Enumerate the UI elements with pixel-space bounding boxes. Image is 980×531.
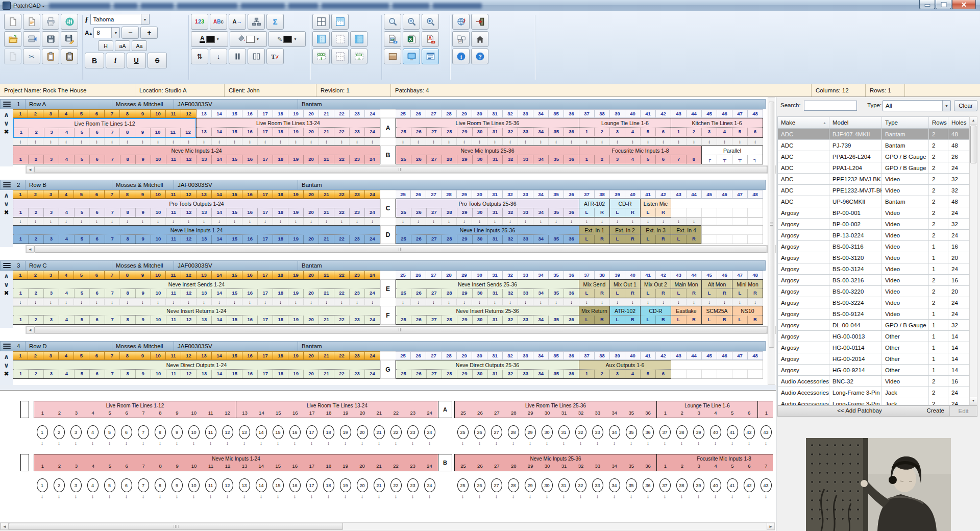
device-row[interactable]: ADCPPE1232-MVJ-BKVideo232: [778, 174, 977, 185]
patch-section[interactable]: Alt MonLR: [701, 279, 732, 298]
jack-cell[interactable]: 27: [427, 128, 442, 136]
jack-cell[interactable]: 25: [396, 289, 411, 298]
jack-cell[interactable]: 24: [365, 370, 380, 378]
jack-cell[interactable]: 4: [59, 289, 75, 298]
column-number-cell[interactable]: 40: [625, 190, 641, 199]
patch-section[interactable]: CD-RLR: [640, 306, 671, 325]
jack-cell[interactable]: ┐: [748, 155, 763, 164]
export-excel-button[interactable]: X: [403, 31, 420, 47]
jack-cell[interactable]: R: [625, 208, 640, 217]
column-number-cell[interactable]: 8: [120, 271, 135, 279]
jack-cell[interactable]: 36: [564, 289, 579, 298]
jack-cell[interactable]: 5: [75, 289, 90, 298]
jack-cell[interactable]: 15: [227, 208, 242, 217]
jack-cell[interactable]: 7: [105, 316, 120, 324]
jack-cell[interactable]: R: [656, 208, 671, 217]
jack-cell[interactable]: 20: [304, 155, 319, 164]
column-number-cell[interactable]: 31: [487, 351, 503, 360]
jack-cell[interactable]: 12: [181, 155, 197, 164]
jack-cell[interactable]: 9: [136, 155, 151, 164]
jack-cell[interactable]: 22: [334, 155, 350, 164]
device-row[interactable]: ADCPPE1232-MVJT-BKVideo232: [778, 185, 977, 196]
column-number-cell[interactable]: 18: [273, 351, 288, 360]
increase-font-button[interactable]: +: [140, 27, 158, 39]
column-number-cell[interactable]: 7: [105, 190, 120, 199]
move-up-icon[interactable]: ∧: [4, 353, 9, 360]
column-number-cell[interactable]: 34: [533, 271, 549, 279]
jack-cell[interactable]: 36: [564, 208, 579, 217]
patch-section[interactable]: Mix Out 2LR: [640, 279, 671, 298]
jack-cell[interactable]: 26: [411, 289, 427, 298]
patch-section[interactable]: ATR-102LR: [579, 199, 610, 218]
column-number-cell[interactable]: 46: [717, 351, 732, 360]
jack-cell[interactable]: 2: [29, 289, 44, 298]
jack-cell[interactable]: 27: [427, 155, 442, 164]
print-button[interactable]: [42, 14, 59, 30]
jack-cell[interactable]: 10: [151, 289, 166, 298]
column-number-cell[interactable]: 3: [43, 190, 59, 199]
jack-cell[interactable]: 21: [319, 316, 334, 324]
column-number-cell[interactable]: 43: [671, 109, 687, 118]
column-number-cell[interactable]: 6: [89, 351, 105, 360]
jack-cell[interactable]: 11: [166, 155, 182, 164]
jack-cell[interactable]: 12: [181, 370, 197, 378]
jack-cell[interactable]: 35: [549, 370, 564, 378]
column-number-cell[interactable]: 25: [396, 351, 411, 360]
device-row[interactable]: ArgosyBS-00-3124Video124: [778, 263, 977, 275]
column-number-cell[interactable]: 8: [120, 109, 135, 118]
jack-cell[interactable]: 9: [136, 235, 151, 244]
column-number-cell[interactable]: 22: [334, 109, 350, 118]
column-number-cell[interactable]: 16: [242, 271, 258, 279]
column-number-cell[interactable]: 8: [120, 190, 135, 199]
column-number-cell[interactable]: 12: [181, 271, 197, 279]
jack-cell[interactable]: 14: [212, 370, 227, 378]
jack-cell[interactable]: 20: [304, 289, 319, 298]
jack-cell[interactable]: 25: [396, 370, 411, 378]
jack-cell[interactable]: R: [595, 235, 609, 244]
preferences-button[interactable]: [61, 14, 78, 30]
device-row[interactable]: ADCBJF407-4MKIIBantam248: [778, 129, 977, 140]
jack-cell[interactable]: 35: [549, 316, 564, 324]
jack-cell[interactable]: 29: [457, 316, 473, 324]
scroll-up-icon[interactable]: ▲: [970, 117, 977, 125]
jack-cell[interactable]: [748, 370, 763, 378]
jack-cell[interactable]: 6: [90, 155, 105, 164]
title-bar[interactable]: PatchCAD -: [0, 0, 980, 12]
column-number-cell[interactable]: 12: [181, 351, 197, 360]
jack-cell[interactable]: 8: [120, 316, 136, 324]
jack-cell[interactable]: 6: [748, 128, 763, 136]
jack-cell[interactable]: L: [610, 289, 625, 298]
jack-cell[interactable]: 31: [488, 235, 503, 244]
jack-cell[interactable]: 23: [350, 289, 365, 298]
jack-cell[interactable]: 8: [120, 235, 136, 244]
jack-cell[interactable]: 10: [151, 128, 166, 137]
jack-cell[interactable]: 17: [258, 289, 273, 298]
scroll-left-icon[interactable]: ◄: [26, 246, 34, 253]
column-number-cell[interactable]: 34: [533, 351, 549, 360]
column-number-cell[interactable]: 34: [533, 190, 549, 199]
column-number-cell[interactable]: 25: [396, 190, 411, 199]
jack-cell[interactable]: 4: [625, 128, 641, 136]
jack-cell[interactable]: [732, 235, 748, 244]
import-button[interactable]: [23, 31, 40, 47]
column-number-cell[interactable]: 27: [426, 271, 442, 279]
column-number-cell[interactable]: 35: [549, 109, 564, 118]
patch-section[interactable]: Pro Tools Outputs 25-3625262728293031323…: [396, 199, 579, 218]
jack-cell[interactable]: 19: [288, 208, 304, 217]
jack-cell[interactable]: 5: [75, 128, 90, 137]
column-number-cell[interactable]: 38: [595, 190, 610, 199]
jack-cell[interactable]: R: [656, 235, 671, 244]
column-number-cell[interactable]: 3: [43, 109, 59, 118]
jack-cell[interactable]: 26: [411, 316, 427, 324]
jack-cell[interactable]: [717, 235, 732, 244]
jack-cell[interactable]: 1: [13, 370, 29, 378]
column-number-cell[interactable]: 30: [472, 190, 487, 199]
jack-cell[interactable]: 6: [90, 128, 105, 137]
patch-section[interactable]: Main MonLR: [671, 279, 702, 298]
jack-cell[interactable]: 6: [656, 370, 671, 378]
device-row[interactable]: ArgosyHG-00-9214Other114: [778, 365, 977, 376]
jack-cell[interactable]: 5: [641, 370, 656, 378]
jack-cell[interactable]: 18: [273, 128, 288, 136]
column-number-cell[interactable]: 2: [28, 271, 43, 279]
delete-row-icon[interactable]: ✖: [4, 370, 9, 378]
